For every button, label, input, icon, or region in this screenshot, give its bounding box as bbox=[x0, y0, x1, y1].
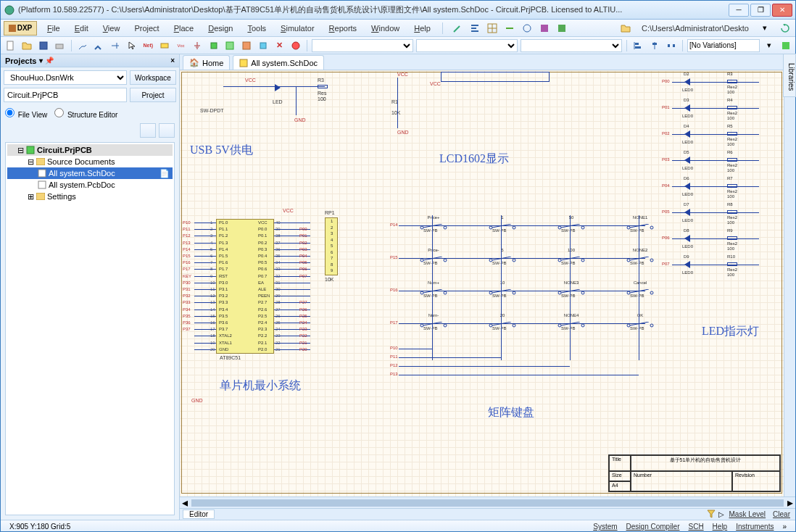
editor-tab[interactable]: Editor bbox=[183, 510, 215, 519]
svg-rect-31 bbox=[668, 44, 670, 47]
svg-point-86 bbox=[650, 324, 653, 327]
svg-point-77 bbox=[444, 324, 447, 327]
svg-point-62 bbox=[650, 259, 653, 262]
combo1[interactable] bbox=[312, 39, 413, 52]
noerc-icon[interactable]: ✕ bbox=[273, 39, 286, 52]
svg-line-57 bbox=[492, 257, 511, 260]
mcu-label: 单片机最小系统 bbox=[220, 378, 301, 394]
align-dist-icon[interactable] bbox=[664, 39, 678, 52]
sb-help[interactable]: Help bbox=[708, 523, 732, 531]
compile-icon[interactable] bbox=[289, 39, 303, 52]
variations-dropdown[interactable]: ▾ bbox=[763, 39, 776, 52]
dxp-button[interactable]: DXP bbox=[4, 21, 37, 36]
svg-point-47 bbox=[581, 226, 584, 229]
structure-editor-radio[interactable]: Structure Editor bbox=[54, 108, 117, 119]
harness-icon[interactable] bbox=[240, 39, 254, 52]
tool-net-icon[interactable] bbox=[520, 22, 534, 35]
menu-simulator[interactable]: Simulator bbox=[276, 22, 318, 34]
tree-pcbdoc-file[interactable]: All system.PcbDoc bbox=[7, 179, 173, 191]
panel-close-icon[interactable]: × bbox=[170, 57, 175, 65]
scrollbar-horizontal[interactable]: ◂ ▸ bbox=[180, 496, 795, 508]
minimize-button[interactable]: ─ bbox=[729, 4, 749, 17]
home-tab[interactable]: 🏠Home bbox=[183, 55, 230, 70]
canvas-area: 🏠Home All system.SchDoc USB 5V供电 SW-DPDT… bbox=[180, 54, 795, 520]
align-left-icon[interactable] bbox=[631, 39, 645, 52]
open-icon[interactable] bbox=[20, 39, 34, 52]
path-dropdown-icon[interactable]: ▾ bbox=[758, 22, 772, 35]
wire-mode-icon[interactable] bbox=[75, 39, 89, 52]
menu-reports[interactable]: Reports bbox=[325, 22, 362, 34]
align-hcenter-icon[interactable] bbox=[648, 39, 662, 52]
scrollbar-vertical[interactable] bbox=[784, 70, 795, 496]
menu-file[interactable]: File bbox=[43, 22, 65, 34]
tool-wire-icon[interactable] bbox=[502, 22, 517, 35]
menu-project[interactable]: Project bbox=[130, 22, 163, 34]
bus-mode-icon[interactable] bbox=[92, 39, 106, 52]
part-icon[interactable] bbox=[207, 39, 220, 52]
svg-line-63 bbox=[630, 257, 649, 260]
menu-place[interactable]: Place bbox=[170, 22, 199, 34]
menu-view[interactable]: View bbox=[99, 22, 125, 34]
tree-source-docs[interactable]: ⊟ Source Documents bbox=[7, 156, 173, 167]
tool-purple-icon[interactable] bbox=[537, 22, 552, 35]
menu-window[interactable]: Window bbox=[367, 22, 404, 34]
folder-icon[interactable] bbox=[618, 22, 633, 35]
sb-design-compiler[interactable]: Design Compiler bbox=[622, 523, 684, 531]
power-gnd-icon[interactable] bbox=[191, 39, 204, 52]
refresh-icon[interactable] bbox=[778, 22, 792, 35]
sb-instruments[interactable]: Instruments bbox=[731, 523, 778, 531]
new-doc-icon[interactable] bbox=[4, 39, 17, 52]
menu-edit[interactable]: Edit bbox=[70, 22, 93, 34]
svg-point-65 bbox=[444, 291, 447, 294]
maximize-button[interactable]: ❐ bbox=[750, 4, 771, 17]
tool-green-icon[interactable] bbox=[555, 22, 569, 35]
tool-align-icon[interactable] bbox=[468, 22, 482, 35]
menu-tools[interactable]: Tools bbox=[243, 22, 270, 34]
combo3[interactable] bbox=[521, 39, 622, 52]
directive-icon[interactable] bbox=[256, 39, 270, 52]
svg-rect-34 bbox=[27, 146, 34, 154]
cursor-icon[interactable] bbox=[125, 39, 138, 52]
netlabel-icon[interactable]: Net) bbox=[141, 39, 155, 52]
svg-point-80 bbox=[513, 324, 515, 327]
schdoc-tab[interactable]: All system.SchDoc bbox=[233, 55, 324, 70]
menu-help[interactable]: Help bbox=[410, 22, 435, 34]
sb-expand-icon[interactable]: » bbox=[778, 523, 791, 531]
workspace-combo[interactable]: ShouHuo.DsnWrk bbox=[4, 70, 127, 85]
menu-design[interactable]: Design bbox=[204, 22, 237, 34]
clear-link[interactable]: Clear bbox=[771, 510, 792, 518]
arrow-icon[interactable]: ▷ bbox=[718, 510, 724, 518]
mask-level-link[interactable]: Mask Level bbox=[727, 510, 768, 518]
close-button[interactable]: ✕ bbox=[772, 4, 792, 17]
file-view-radio[interactable]: File View bbox=[5, 108, 47, 119]
libraries-tab[interactable]: Libraries bbox=[783, 54, 796, 97]
tree-project-root[interactable]: ⊟ Circuit.PrjPCB bbox=[7, 144, 173, 156]
sb-system[interactable]: System bbox=[589, 523, 621, 531]
tool-grid-icon[interactable] bbox=[485, 22, 499, 35]
project-input[interactable] bbox=[4, 88, 127, 102]
tree-settings[interactable]: ⊞ Settings bbox=[7, 191, 173, 202]
port-icon[interactable] bbox=[158, 39, 172, 52]
project-tree[interactable]: ⊟ Circuit.PrjPCB ⊟ Source Documents All … bbox=[5, 142, 175, 515]
project-button[interactable]: Project bbox=[130, 88, 176, 102]
tool-draw-icon[interactable] bbox=[450, 22, 465, 35]
filter-icon[interactable] bbox=[707, 510, 716, 520]
variations-combo[interactable] bbox=[687, 39, 760, 52]
schematic-canvas[interactable]: USB 5V供电 SW-DPDT VCC GND LED R3 Res 100 … bbox=[180, 70, 795, 496]
junction-icon[interactable] bbox=[109, 39, 123, 52]
tree-schdoc-file[interactable]: All system.SchDoc📄 bbox=[7, 167, 173, 179]
led-label: LED指示灯 bbox=[702, 324, 759, 339]
panel-tool2-icon[interactable] bbox=[159, 123, 175, 138]
panel-tool1-icon[interactable] bbox=[140, 123, 156, 138]
power-vcc-icon[interactable]: Vcc bbox=[174, 39, 188, 52]
variation-tool-icon[interactable] bbox=[779, 39, 793, 52]
sb-sch[interactable]: SCH bbox=[684, 523, 708, 531]
lcd-label: LCD1602显示 bbox=[439, 151, 509, 167]
save-icon[interactable] bbox=[36, 39, 50, 52]
workspace-button[interactable]: Workspace bbox=[130, 70, 176, 85]
pin-icon[interactable]: ▾ 📌 bbox=[39, 57, 54, 65]
combo2[interactable] bbox=[416, 39, 518, 52]
print-icon[interactable] bbox=[53, 39, 67, 52]
svg-line-45 bbox=[492, 224, 511, 228]
sheet-icon[interactable] bbox=[223, 39, 237, 52]
